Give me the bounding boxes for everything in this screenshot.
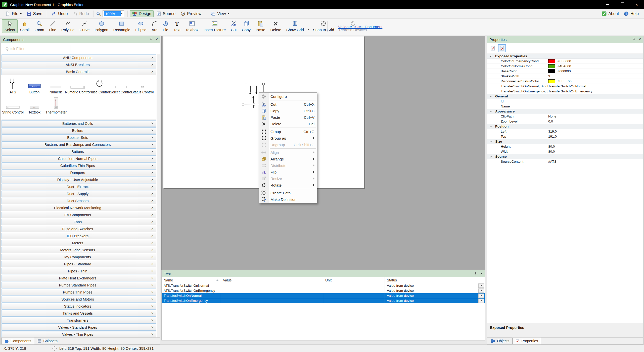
component-thermometer[interactable]: Thermometer bbox=[45, 97, 67, 114]
section-ansi-breakers[interactable]: ANSI Breakers× bbox=[2, 62, 156, 68]
pin-icon[interactable] bbox=[474, 272, 478, 276]
close-icon[interactable]: × bbox=[156, 37, 158, 41]
property-group-size[interactable]: Size bbox=[487, 139, 643, 144]
column-header-value[interactable]: Value bbox=[221, 277, 323, 283]
menu-item-cut[interactable]: CutCtrl+X bbox=[259, 101, 317, 107]
menu-item-arrange[interactable]: Arrange bbox=[259, 156, 317, 162]
test-row-transferswitchonnormal[interactable]: TransferSwitchOnNormalValue from device bbox=[162, 293, 485, 298]
status-dropdown[interactable] bbox=[478, 299, 484, 303]
close-icon[interactable]: × bbox=[151, 213, 154, 217]
section-pipes-thin[interactable]: Pipes - Thin× bbox=[2, 268, 156, 274]
status-dropdown[interactable] bbox=[478, 288, 484, 293]
pin-icon[interactable] bbox=[149, 37, 153, 42]
status-dropdown[interactable] bbox=[478, 294, 484, 298]
menu-item-delete[interactable]: DeleteDel bbox=[259, 121, 317, 127]
close-button[interactable]: × bbox=[629, 0, 644, 9]
undo-button[interactable]: Undo bbox=[49, 10, 70, 17]
components-scrollbar[interactable] bbox=[157, 54, 160, 338]
section-busbars-and-bus-jumps-and-connectors[interactable]: Busbars and Bus Jumps and Connectors× bbox=[2, 141, 156, 148]
tool-line[interactable]: Line bbox=[47, 19, 59, 33]
close-icon[interactable]: × bbox=[151, 332, 154, 336]
column-header-name[interactable]: Name bbox=[162, 277, 221, 283]
section-fuse-and-switches[interactable]: Fuse and Switches× bbox=[2, 226, 156, 232]
property-group-source[interactable]: Source bbox=[487, 154, 643, 159]
tool-cut[interactable]: Cut bbox=[228, 19, 239, 33]
close-icon[interactable]: × bbox=[151, 56, 154, 60]
tool-curve[interactable]: Curve bbox=[77, 19, 92, 33]
close-icon[interactable]: × bbox=[151, 129, 154, 133]
component-pulse-control[interactable]: Pulse Control bbox=[88, 77, 110, 94]
source-mode-button[interactable]: Source bbox=[154, 10, 178, 17]
component-textbox[interactable]: abcTextbox bbox=[24, 97, 45, 114]
menu-item-paste[interactable]: PasteCtrl+V bbox=[259, 114, 317, 121]
quick-filter-input[interactable] bbox=[3, 45, 67, 52]
section-calorifiers-thin-pipes[interactable]: Calorifiers Thin Pipes× bbox=[2, 162, 156, 169]
section-meters[interactable]: Meters× bbox=[2, 240, 156, 246]
close-icon[interactable]: × bbox=[151, 269, 154, 273]
close-icon[interactable]: × bbox=[151, 136, 154, 140]
section-pumps-thin-pipes[interactable]: Pumps Thin Pipes× bbox=[2, 289, 156, 296]
close-icon[interactable]: × bbox=[151, 290, 154, 294]
show-grid-dropdown-caret[interactable] bbox=[306, 26, 310, 31]
test-row-transferswitchonemergency[interactable]: TransferSwitchOnEmergencyValue from devi… bbox=[162, 298, 485, 303]
property-group-exposed-properties[interactable]: Exposed Properties bbox=[487, 54, 643, 59]
section-pipes-standard[interactable]: Pipes - Standard× bbox=[2, 261, 156, 267]
selection-handle[interactable] bbox=[253, 83, 255, 85]
property-value[interactable]: TransferSwitchOnNormal bbox=[548, 84, 586, 88]
property-group-general[interactable]: General bbox=[487, 94, 643, 99]
menu-item-group-as[interactable]: Group as bbox=[259, 135, 317, 141]
property-value[interactable]: #FFFF00 bbox=[548, 79, 572, 83]
tool-pie[interactable]: Pie bbox=[160, 19, 171, 33]
value-cell[interactable] bbox=[221, 283, 323, 288]
section-pumps-standard-pipes[interactable]: Pumps Standard Pipes× bbox=[2, 282, 156, 288]
selection-handle[interactable] bbox=[262, 83, 265, 85]
status-dropdown[interactable] bbox=[478, 283, 484, 288]
tool-copy[interactable]: Copy bbox=[239, 19, 253, 33]
unit-cell[interactable] bbox=[323, 293, 385, 298]
show-all-properties-button[interactable] bbox=[498, 44, 506, 52]
property-value[interactable]: #000000 bbox=[548, 69, 571, 73]
component-numeric[interactable]: Numeric bbox=[45, 77, 67, 94]
close-icon[interactable]: × bbox=[151, 234, 154, 238]
tool-rectangle[interactable]: Rectangle bbox=[111, 19, 133, 33]
save-button[interactable]: Save bbox=[24, 10, 44, 17]
selection-handle[interactable] bbox=[242, 94, 244, 96]
close-icon[interactable]: × bbox=[151, 297, 154, 301]
menu-item-make-definition[interactable]: Make Definition bbox=[259, 196, 317, 203]
unit-cell[interactable] bbox=[323, 288, 385, 293]
tool-paste[interactable]: Paste bbox=[253, 19, 268, 33]
close-icon[interactable]: × bbox=[151, 192, 154, 196]
show-set-properties-button[interactable] bbox=[489, 44, 497, 52]
tool-polygon[interactable]: Polygon bbox=[92, 19, 111, 33]
tool-polyline[interactable]: Polyline bbox=[59, 19, 77, 33]
section-tanks-and-vessels[interactable]: Tanks and Vessels× bbox=[2, 310, 156, 317]
section-plate-heat-exchangers[interactable]: Plate Heat Exchangers× bbox=[2, 275, 156, 281]
section-fans[interactable]: Fans× bbox=[2, 219, 156, 225]
component-ats[interactable]: ATS bbox=[2, 77, 24, 94]
selection-handle[interactable] bbox=[242, 83, 244, 85]
close-icon[interactable]: × bbox=[151, 241, 154, 245]
close-icon[interactable]: × bbox=[151, 122, 154, 126]
section-calorifiers-normal-pipes[interactable]: Calorifiers Normal Pipes× bbox=[2, 155, 156, 162]
tool-text[interactable]: TText bbox=[171, 19, 183, 33]
maximize-button[interactable] bbox=[615, 0, 629, 9]
close-icon[interactable]: × bbox=[151, 164, 154, 168]
property-value[interactable]: 319.0 bbox=[548, 130, 557, 133]
close-icon[interactable]: × bbox=[151, 248, 154, 252]
section-electrical-network-monitoring[interactable]: Electrical Network Monitoring× bbox=[2, 205, 156, 211]
tool-arc[interactable]: Arc bbox=[149, 19, 160, 33]
close-icon[interactable]: × bbox=[151, 304, 154, 308]
property-value[interactable]: 3 bbox=[548, 74, 550, 78]
section-booster-sets[interactable]: Booster Sets× bbox=[2, 134, 156, 141]
component-select-control[interactable]: Select Control bbox=[110, 77, 132, 94]
column-header-unit[interactable]: Unit bbox=[323, 277, 385, 283]
section-ahu-components[interactable]: AHU Components× bbox=[2, 54, 156, 61]
close-icon[interactable]: × bbox=[480, 272, 483, 276]
unit-cell[interactable] bbox=[323, 283, 385, 288]
unit-cell[interactable] bbox=[323, 298, 385, 303]
menu-item-create-path[interactable]: Create Path bbox=[259, 190, 317, 196]
close-icon[interactable]: × bbox=[151, 283, 154, 287]
section-my-components[interactable]: My Components× bbox=[2, 254, 156, 260]
property-group-appearance[interactable]: Appearance bbox=[487, 109, 643, 114]
column-header-status[interactable]: Status bbox=[385, 277, 485, 283]
